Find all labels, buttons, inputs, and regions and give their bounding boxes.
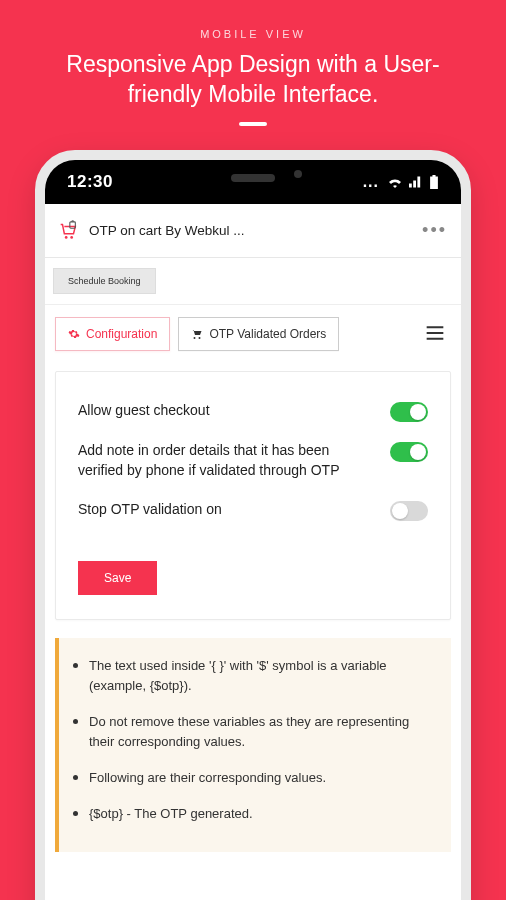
eyebrow-text: MOBILE VIEW (30, 28, 476, 40)
cart-icon (191, 328, 203, 340)
setting-label: Add note in order details that it has be… (78, 440, 376, 481)
schedule-booking-button[interactable]: Schedule Booking (53, 268, 156, 294)
tabs-row: Configuration OTP Validated Orders (45, 305, 461, 359)
app-title: OTP on cart By Webkul ... (89, 223, 245, 238)
ribbon-bar: Schedule Booking (45, 258, 461, 305)
note-item: Following are their corresponding values… (89, 768, 431, 788)
hamburger-icon[interactable] (419, 319, 451, 350)
setting-label: Stop OTP validation on (78, 499, 376, 519)
tab-configuration[interactable]: Configuration (55, 317, 170, 351)
phone-notch (168, 160, 338, 196)
toggle-guest-checkout[interactable] (390, 402, 428, 422)
note-item: {$otp} - The OTP generated. (89, 804, 431, 824)
app-bar: OTP on cart By Webkul ... ••• (45, 204, 461, 258)
svg-point-1 (70, 236, 73, 239)
status-icons: ... (363, 173, 439, 191)
tab-label: OTP Validated Orders (209, 327, 326, 341)
page-title: Responsive App Design with a User-friend… (30, 50, 476, 110)
more-icon[interactable]: ••• (420, 216, 449, 245)
page-header: MOBILE VIEW Responsive App Design with a… (0, 0, 506, 126)
save-button[interactable]: Save (78, 561, 157, 595)
settings-card: Allow guest checkout Add note in order d… (55, 371, 451, 620)
setting-row-add-note: Add note in order details that it has be… (78, 440, 428, 481)
note-item: Do not remove these variables as they ar… (89, 712, 431, 752)
wifi-icon (387, 176, 403, 188)
phone-screen: 12:30 ... OTP o (45, 160, 461, 900)
status-bar: 12:30 ... (45, 160, 461, 204)
battery-icon (429, 175, 439, 189)
svg-point-0 (65, 236, 68, 239)
cellular-dots-icon: ... (363, 173, 379, 191)
phone-frame: 12:30 ... OTP o (35, 150, 471, 900)
title-separator (239, 122, 267, 126)
note-card: The text used inside '{ }' with '$' symb… (55, 638, 451, 853)
status-time: 12:30 (67, 172, 113, 192)
note-item: The text used inside '{ }' with '$' symb… (89, 656, 431, 696)
app-logo-icon (57, 220, 79, 242)
tab-validated-orders[interactable]: OTP Validated Orders (178, 317, 339, 351)
setting-row-guest-checkout: Allow guest checkout (78, 400, 428, 422)
toggle-add-note[interactable] (390, 442, 428, 462)
tab-label: Configuration (86, 327, 157, 341)
signal-icon (409, 176, 423, 188)
toggle-stop-validation[interactable] (390, 501, 428, 521)
setting-label: Allow guest checkout (78, 400, 376, 420)
gear-icon (68, 328, 80, 340)
setting-row-stop-validation: Stop OTP validation on (78, 499, 428, 521)
